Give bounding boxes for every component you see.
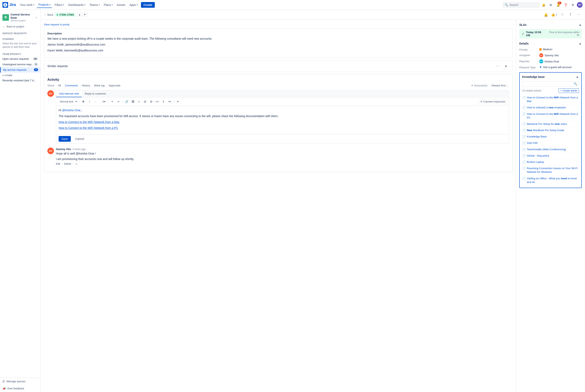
sidebar-item-my-requests[interactable]: My service requests 4	[0, 67, 41, 72]
sla-label: Time to first response within 4h	[547, 31, 579, 36]
kb-collapse-button[interactable]: ▲	[576, 75, 579, 79]
nav-projects[interactable]: Projects▾	[37, 2, 52, 8]
description-label: Description	[47, 32, 509, 35]
kb-article-0[interactable]: 📄 How to Connect to the WiFi Network fro…	[522, 94, 579, 104]
sidebar-collapse-button[interactable]: ‹	[35, 16, 38, 20]
nav-plans[interactable]: Plans▾	[102, 2, 114, 8]
color-button[interactable]: A▾	[101, 98, 107, 104]
help-button[interactable]: ❓	[562, 2, 569, 8]
article-title-3: Macbook Pro Setup for new users	[527, 122, 567, 126]
help-icon: ❓	[564, 3, 567, 6]
tab-all[interactable]: All	[56, 83, 63, 88]
reporter-value: KO Keisha Onai	[539, 59, 582, 64]
link-button[interactable]: 🔗	[124, 98, 130, 104]
kb-article-6[interactable]: 📄 SSO PIR	[522, 140, 579, 146]
nav-dashboards[interactable]: Dashboards▾	[67, 2, 87, 8]
share-button[interactable]: ⤴	[567, 12, 573, 18]
vote-button[interactable]: 👍 1	[551, 12, 557, 18]
kb-article-3[interactable]: 📄 Macbook Pro Setup for new users	[522, 121, 579, 127]
nav-apps[interactable]: Apps▾	[128, 2, 139, 8]
request-type-value: ▼ Get a guest wifi account	[539, 66, 582, 69]
kb-article-11[interactable]: 📄 Visiting an Office - What you need to …	[522, 176, 579, 185]
editor-body[interactable]: Hi @Keisha Onai , The requested accounts…	[56, 106, 509, 134]
back-button[interactable]: ← Back	[44, 13, 53, 16]
kb-search-input[interactable]	[524, 82, 572, 86]
kb-article-4[interactable]: 📄 New MacBook Pro Setup Guide	[522, 127, 579, 134]
text-style-select[interactable]: Normal text Heading 1 Heading 2	[58, 99, 78, 104]
like-button[interactable]: ♡	[559, 12, 565, 18]
ai-button[interactable]: ✦	[175, 98, 181, 104]
italic-button[interactable]: I	[87, 98, 92, 104]
editor-link-mac[interactable]: How to Connect to the WiFi Network from …	[59, 120, 120, 124]
more-options-button[interactable]: ···	[575, 12, 582, 18]
back-to-project-link[interactable]: ← Back to project	[0, 24, 41, 30]
give-feedback-link[interactable]: 📣 Give feedback	[0, 385, 41, 392]
sidebar-item-open-requests[interactable]: Open service requests 16	[0, 56, 41, 62]
details-collapse-button[interactable]: ▲	[578, 42, 582, 45]
tab-internal-note[interactable]: Add internal note	[56, 90, 82, 97]
code-button[interactable]: </>	[154, 98, 160, 104]
tab-worklog[interactable]: Work log	[93, 83, 106, 88]
kb-article-10[interactable]: 📄 Resolving Connection Issues on Your Wi…	[522, 165, 579, 175]
comment-edit-button[interactable]: Edit	[56, 162, 60, 165]
manage-queues-link[interactable]: ☰ Manage queues	[0, 378, 41, 385]
nav-filters[interactable]: Filters▾	[53, 2, 66, 8]
apps-grid-button[interactable]: ⊞	[547, 2, 554, 8]
tab-reply-customer[interactable]: Reply to customer	[82, 90, 109, 97]
similar-collapse-button[interactable]: ▾	[503, 63, 509, 69]
nav-teams[interactable]: Teams▾	[88, 2, 101, 8]
comment-content: Sammy Vito 5 hours ago Hope all is well …	[56, 148, 509, 165]
save-button[interactable]: Save	[59, 136, 71, 142]
canned-responses-button[interactable]: ↺ Canned responses	[478, 99, 507, 104]
search-box[interactable]: 🔍 Search	[503, 2, 539, 8]
more-formatting-button[interactable]: ···	[93, 98, 99, 104]
user-avatar[interactable]: SV	[577, 2, 582, 8]
issue-id-badge[interactable]: ■ ITSM-17065	[55, 12, 76, 17]
bold-button[interactable]: B	[81, 98, 86, 104]
sidebar-item-recently-resolved[interactable]: Recently resolved (last 7 d...	[0, 78, 41, 83]
table-button[interactable]: ⊞	[148, 98, 154, 104]
current-user-avatar: SV	[47, 90, 54, 97]
kb-article-2[interactable]: 📄 How to Connect to the WiFi Network fro…	[522, 111, 579, 121]
notification-button[interactable]: 🔔 9+	[555, 2, 561, 8]
settings-button[interactable]: ⚙	[569, 2, 576, 8]
image-button[interactable]: 🖼	[130, 98, 136, 104]
plus-button[interactable]: +▾	[167, 98, 172, 104]
summarize-button[interactable]: ✦ Summarize	[469, 83, 489, 88]
create-button[interactable]: Create	[141, 2, 155, 8]
app-logo[interactable]: Jira	[3, 2, 16, 8]
next-issue-button[interactable]: ▼	[82, 12, 87, 17]
other-section-label[interactable]: ▾ OTHER	[0, 72, 41, 78]
editor-link-pc[interactable]: How to Connect to the WiFi Network from …	[59, 126, 118, 130]
kb-header: Knowledge base ▲	[522, 75, 579, 79]
tab-comments[interactable]: Comments	[64, 83, 80, 88]
watch-button[interactable]: 🔔	[543, 12, 549, 18]
nav-assets[interactable]: Assets	[115, 2, 127, 8]
emoji-button[interactable]: ☺	[136, 98, 142, 104]
kb-create-article-button[interactable]: + Create article	[558, 88, 579, 93]
mention-button[interactable]: @	[142, 98, 148, 104]
info-button[interactable]: ℹ	[161, 98, 166, 104]
numbered-list-button[interactable]: ≔	[116, 98, 121, 104]
sla-collapse-button[interactable]: ▲	[578, 23, 582, 27]
kb-article-5[interactable]: 📄 Knowledge Base	[522, 134, 579, 140]
kb-article-1[interactable]: 📄 How to onboard a new employee	[522, 104, 579, 111]
tab-approvals[interactable]: Approvals	[107, 83, 122, 88]
prev-issue-button[interactable]: ▲	[77, 12, 82, 17]
kb-article-8[interactable]: 📄 Global - Dog policy	[522, 153, 579, 159]
sort-button[interactable]: Newest first ↕	[490, 83, 509, 88]
comment-delete-button[interactable]: Delete	[64, 162, 71, 165]
similar-more-button[interactable]: ···	[494, 63, 501, 69]
comment-react-button[interactable]: ☺	[75, 162, 78, 165]
sidebar-item-unassigned[interactable]: Unassigned service requ... 1	[0, 62, 41, 67]
bullet-list-button[interactable]: ≡	[110, 98, 115, 104]
kb-article-9[interactable]: 📄 Broken Laptop	[522, 159, 579, 165]
cancel-button[interactable]: Cancel	[73, 136, 87, 142]
view-portal-link[interactable]: View request in portal	[44, 23, 512, 26]
kb-article-7[interactable]: 📄 TeamHuddle (Web Conferencing)	[522, 146, 579, 153]
tab-history[interactable]: History	[80, 83, 92, 88]
kb-search-box[interactable]: 🔍	[522, 81, 579, 86]
notification-bell[interactable]: 🔔	[540, 2, 547, 8]
sidebar-bottom: ☰ Manage queues 📣 Give feedback	[0, 378, 41, 392]
nav-your-work[interactable]: Your work▾	[18, 2, 36, 8]
